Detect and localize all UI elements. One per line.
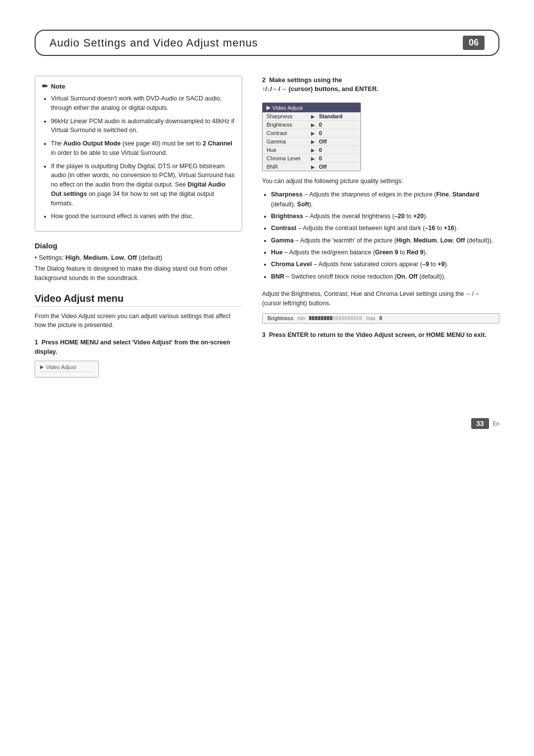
va-table-header: ▶ Video Adjust (263, 103, 360, 112)
bar-dot-filled (327, 316, 329, 320)
table-row: BNR ▶ Off (263, 163, 360, 171)
table-row: Chroma Level ▶ 0 (263, 154, 360, 163)
page-footer: 33 En (35, 418, 499, 429)
note-title: ✏ Note (42, 82, 235, 90)
language-label: En (493, 421, 499, 426)
note-icon: ✏ (42, 82, 48, 90)
pq-intro: You can adjust the following picture qua… (262, 177, 499, 186)
table-row: Sharpness ▶ Standard (263, 112, 360, 121)
list-item: BNR – Switches on/off block noise reduct… (271, 272, 499, 282)
left-column: ✏ Note Virtual Surround doesn't work wit… (35, 76, 242, 388)
right-column: 2 Make settings using the↑/↓/←/→ (cursor… (262, 76, 499, 388)
step-3: 3 Press ENTER to return to the Video Adj… (262, 331, 499, 340)
note-list: Virtual Surround doesn't work with DVD-A… (42, 94, 235, 221)
video-adjust-desc: From the Video Adjust screen you can adj… (35, 312, 242, 331)
list-item: Brightness – Adjusts the overall brightn… (271, 212, 499, 221)
page-number: 33 (471, 418, 489, 429)
list-item: Chroma Level – Adjusts how saturated col… (271, 260, 499, 269)
list-item: 96kHz Linear PCM audio is automatically … (51, 117, 235, 136)
bar-dot-filled (318, 316, 320, 320)
table-row: Gamma ▶ Off (263, 138, 360, 146)
bar-dot-empty (333, 316, 335, 320)
bar-dot-empty (345, 316, 347, 320)
bar-min-label: min (297, 316, 305, 321)
step3-label: 3 Press ENTER to return to the Video Adj… (262, 331, 499, 340)
list-item: Contrast – Adjusts the contrast between … (271, 224, 499, 233)
bar-dot-empty (339, 316, 341, 320)
main-columns: ✏ Note Virtual Surround doesn't work wit… (35, 76, 499, 388)
step-1: 1 Press HOME MENU and select 'Video Adju… (35, 338, 242, 381)
table-row: Contrast ▶ 0 (263, 129, 360, 138)
dialog-settings: • Settings: High, Medium, Low, Off (defa… (35, 254, 242, 261)
video-adjust-title: Video Adjust menu (35, 293, 242, 307)
step1-screen-mockup: ▶ Video Adjust (35, 361, 99, 378)
picture-quality-list: Sharpness – Adjusts the sharpness of edg… (262, 190, 499, 282)
bar-dot-filled (321, 316, 323, 320)
bar-dot-empty (342, 316, 344, 320)
page-header: Audio Settings and Video Adjust menus 06 (35, 30, 499, 56)
list-item: Hue – Adjusts the red/green balance (Gre… (271, 248, 499, 257)
table-row: Brightness ▶ 0 (263, 121, 360, 129)
video-adjust-table: ▶ Video Adjust Sharpness ▶ Standard Brig… (262, 102, 361, 171)
bar-dot-empty (354, 316, 356, 320)
bar-dot-filled (330, 316, 332, 320)
bar-dot-empty (351, 316, 353, 320)
step2-heading: 2 Make settings using the↑/↓/←/→ (cursor… (262, 76, 499, 94)
va-icon: ▶ (267, 104, 270, 111)
screen-icon: ▶ (40, 364, 44, 370)
bar-value: 0 (379, 316, 382, 321)
list-item: How good the surround effect is varies w… (51, 212, 235, 221)
bar-dot-empty (359, 316, 362, 320)
page-title: Audio Settings and Video Adjust menus (49, 37, 258, 49)
list-item: If the player is outputting Dolby Digita… (51, 162, 235, 208)
bar-dot-filled (324, 316, 326, 320)
dialog-heading: Dialog (35, 241, 242, 250)
bar-dot-filled (309, 316, 312, 320)
chapter-badge: 06 (463, 36, 485, 50)
table-row: Hue ▶ 0 (263, 146, 360, 154)
brightness-bar: Brightness min (262, 313, 499, 324)
bar-dot-filled (315, 316, 317, 320)
adjust-note: Adjust the Brightness, Contrast, Hue and… (262, 289, 499, 308)
bar-track (309, 316, 362, 320)
note-box: ✏ Note Virtual Surround doesn't work wit… (35, 76, 242, 232)
bar-dot-empty (356, 316, 359, 320)
bar-dot-empty (336, 316, 338, 320)
step-2: 2 Make settings using the↑/↓/←/→ (cursor… (262, 76, 499, 324)
screen-mockup-title: ▶ Video Adjust (40, 364, 93, 372)
dialog-body: The Dialog feature is designed to make t… (35, 264, 242, 283)
list-item: The Audio Output Mode (see page 40) must… (51, 139, 235, 158)
bar-max-label: max (366, 316, 375, 321)
list-item: Virtual Surround doesn't work with DVD-A… (51, 94, 235, 113)
bar-dot-empty (348, 316, 350, 320)
list-item: Sharpness – Adjusts the sharpness of edg… (271, 190, 499, 209)
dialog-section: Dialog • Settings: High, Medium, Low, Of… (35, 241, 242, 283)
list-item: Gamma – Adjusts the 'warmth' of the pict… (271, 236, 499, 245)
bar-dot-filled (312, 316, 314, 320)
brightness-label: Brightness (267, 316, 293, 321)
step1-label: 1 Press HOME MENU and select 'Video Adju… (35, 338, 242, 357)
